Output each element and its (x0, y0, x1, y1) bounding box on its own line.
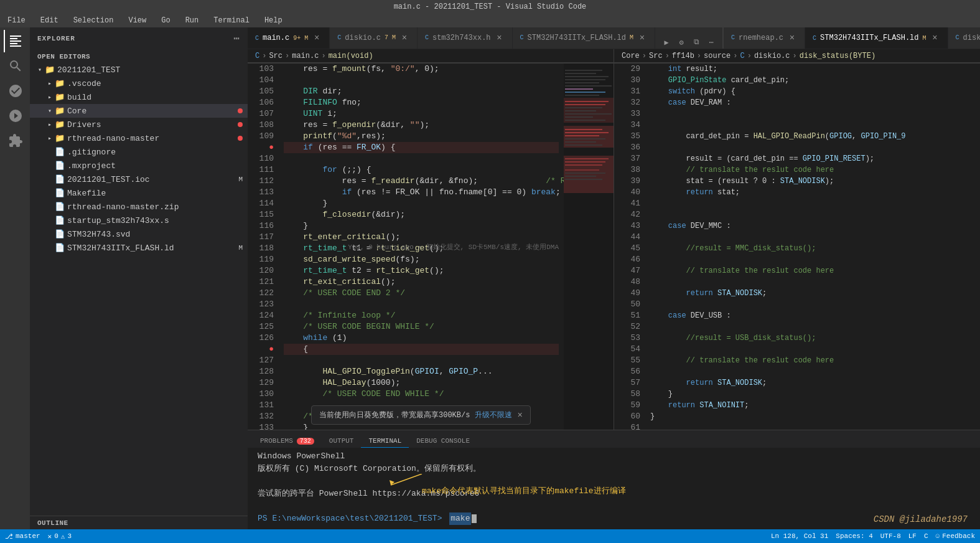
svg-rect-6 (565, 85, 612, 87)
run-button[interactable]: ▶ (660, 36, 673, 49)
item-name: build (67, 93, 91, 102)
sidebar-item-ld[interactable]: 📄 STM32H743IITx_FLASH.ld M (30, 241, 248, 255)
left-minimap (564, 64, 614, 430)
tab-stm32h-h[interactable]: C stm32h743xx.h × (418, 27, 513, 49)
arrow-right-icon: ▸ (45, 133, 55, 143)
menu-selection[interactable]: Selection (71, 15, 116, 26)
svg-rect-26 (565, 158, 609, 159)
sidebar-item-core[interactable]: ▾ 📁 Core (30, 104, 248, 118)
powershell-title: Windows PowerShell (258, 451, 345, 461)
tab-close-main-c[interactable]: × (312, 33, 322, 43)
language-status[interactable]: C (924, 532, 928, 540)
root-folder[interactable]: ▾ 📁 20211201_TEST (30, 63, 248, 77)
sidebar-item-mxproject[interactable]: 📄 .mxproject (30, 159, 248, 172)
spacer (45, 174, 55, 184)
sidebar-item-startup[interactable]: 📄 startup_stm32h743xx.s (30, 214, 248, 227)
error-icon: ✕ (48, 532, 52, 541)
tab-rnemheap-c[interactable]: C rnemheap.c × (724, 27, 805, 49)
split-editor-button[interactable]: ⧉ (690, 36, 702, 49)
tab-flash-ld-right[interactable]: C STM32H743IITx_FLASH.ld M × (805, 27, 948, 49)
error-badge (238, 122, 243, 127)
tab-close-stm32h-h[interactable]: × (495, 33, 505, 43)
right-code-content[interactable]: int result; GPIO_PinState card_det_pin; … (645, 64, 980, 430)
tab-close-flash-ld[interactable]: × (637, 33, 647, 43)
activity-extensions[interactable] (4, 130, 26, 152)
status-bar: ⎇ master ✕ 0 ⚠ 3 Ln 128, Col 31 Spaces: … (0, 529, 980, 543)
menu-file[interactable]: File (5, 15, 28, 26)
tab-main-c[interactable]: C main.c 9+ M × (248, 27, 330, 49)
tab-close-rnemheap[interactable]: × (787, 33, 797, 43)
activity-search[interactable] (4, 55, 26, 77)
git-branch-status[interactable]: ⎇ master (5, 532, 40, 541)
svg-rect-12 (565, 104, 605, 105)
breadcrumb-source: source (704, 52, 730, 60)
ad-upgrade-button[interactable]: 升级不限速 (475, 410, 512, 420)
menu-edit[interactable]: Edit (38, 15, 61, 26)
more-actions-button[interactable]: ⋯ (705, 36, 717, 49)
svg-rect-23 (565, 141, 596, 143)
breadcrumb-c: C (255, 52, 259, 60)
menu-go[interactable]: Go (159, 15, 172, 26)
svg-rect-31 (565, 176, 596, 177)
debug-button[interactable]: ⚙ (675, 36, 688, 49)
svg-rect-28 (565, 164, 602, 166)
svg-rect-15 (565, 113, 612, 115)
ad-close-button[interactable]: × (517, 410, 522, 420)
left-editor-content[interactable]: 103104105106 107108109 ● 110111112113 11… (248, 64, 614, 430)
minimap-svg (564, 64, 614, 430)
tab-flash-ld[interactable]: C STM32H743IITx_FLASH.ld M × (513, 27, 655, 49)
tab-diskio-right[interactable]: C diskio.c 7 M × (948, 27, 980, 49)
svg-rect-29 (565, 169, 599, 171)
activity-debug[interactable] (4, 105, 26, 127)
file-icon: 📄 (55, 147, 65, 157)
file-icon: 📄 (55, 243, 65, 253)
explorer-menu-icon[interactable]: ⋯ (233, 32, 240, 45)
encoding-status[interactable]: UTF-8 (880, 532, 901, 540)
error-count: 0 (54, 532, 58, 540)
tab-diskio-c[interactable]: C diskio.c 7 M × (330, 27, 418, 49)
menu-terminal[interactable]: Terminal (211, 15, 252, 26)
errors-status[interactable]: ✕ 0 ⚠ 3 (48, 532, 72, 541)
cursor-position-status[interactable]: Ln 128, Col 31 (771, 532, 828, 540)
activity-git[interactable] (4, 80, 26, 102)
eol-status[interactable]: LF (908, 532, 917, 540)
spaces-status[interactable]: Spaces: 4 (836, 532, 872, 540)
panel-tab-output[interactable]: OUTPUT (322, 435, 362, 448)
terminal-line-5 (258, 500, 970, 512)
sidebar-item-rthread[interactable]: ▸ 📁 rthread-nano-master (30, 131, 248, 145)
panel-tab-debug-console[interactable]: DEBUG CONSOLE (409, 435, 477, 448)
panel-tab-terminal[interactable]: TERMINAL (361, 435, 409, 448)
tab-close-diskio-c[interactable]: × (399, 33, 409, 43)
sidebar-item-makefile[interactable]: 📄 Makefile (30, 186, 248, 200)
spacer (45, 243, 55, 253)
sidebar-item-build[interactable]: ▸ 📁 build (30, 90, 248, 104)
menu-help[interactable]: Help (262, 15, 285, 26)
sidebar-item-zip[interactable]: 📄 rthread-nano-master.zip (30, 200, 248, 214)
feedback-status[interactable]: ☺ Feedback (936, 532, 975, 540)
editors-split: 103104105106 107108109 ● 110111112113 11… (248, 64, 980, 430)
sidebar-item-gitignore[interactable]: 📄 .gitignore (30, 145, 248, 159)
breadcrumb-left: C › Src › main.c › main(void) (248, 49, 614, 63)
activity-explorer[interactable] (4, 30, 26, 52)
tab-modified-count: 9+ (293, 35, 301, 42)
menu-view[interactable]: View (126, 15, 149, 26)
panel-tab-problems[interactable]: PROBLEMS 732 (253, 435, 322, 448)
terminal-input-row[interactable]: PS E:\newWorkspace\test\20211201_TEST> m… (258, 512, 970, 525)
file-icon: 📄 (55, 215, 65, 225)
tab-label: STM32H743IITx_FLASH.ld (820, 34, 918, 42)
right-editor-content[interactable]: 29303132 33343536 37383940 41424344 4546… (614, 64, 980, 430)
tab-close-flash-ld-right[interactable]: × (930, 33, 940, 43)
menu-run[interactable]: Run (183, 15, 202, 26)
breadcrumb-src-r: Src (649, 52, 663, 60)
sidebar-item-vscode[interactable]: ▸ 📁 .vscode (30, 77, 248, 90)
sidebar-item-ioc[interactable]: 📄 20211201_TEST.ioc M (30, 172, 248, 186)
spaces-label: Spaces: 4 (836, 532, 872, 540)
left-code-content[interactable]: res = f_mount(fs, "0:/", 0); DIR dir; FI… (279, 64, 564, 430)
sidebar-item-svd[interactable]: 📄 STM32H743.svd (30, 227, 248, 241)
ad-text: 当前使用向日葵免费版，带宽最高享300KB/s (319, 410, 470, 420)
terminal-content[interactable]: Windows PowerShell 版权所有 (C) Microsoft Co… (248, 448, 980, 529)
tab-label: diskio.c (345, 34, 381, 42)
sidebar-item-drivers[interactable]: ▸ 📁 Drivers (30, 118, 248, 131)
svg-rect-21 (565, 135, 599, 136)
error-badge (238, 136, 243, 141)
